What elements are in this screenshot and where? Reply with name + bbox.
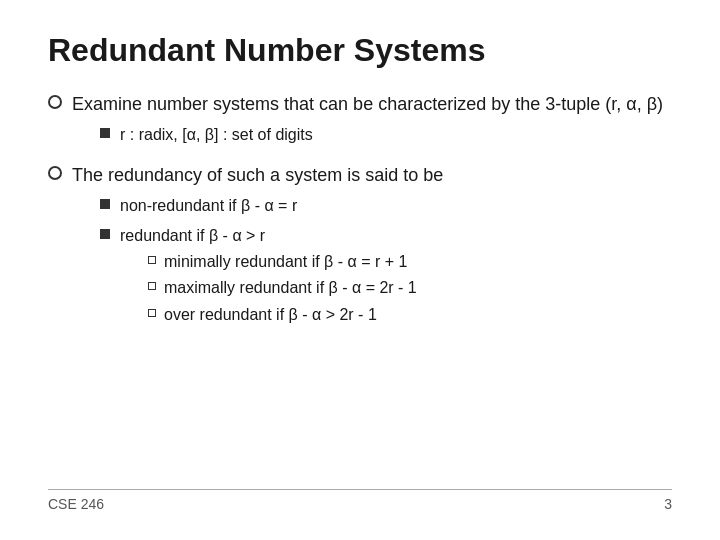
bullet-2-sub2-text: redundant if β - α > r: [120, 224, 672, 247]
content-area: Examine number systems that can be chara…: [48, 91, 672, 481]
bullet-2-sub1-text: non-redundant if β - α = r: [120, 194, 297, 217]
bullet-1-subs: r : radix, [α, β] : set of digits: [100, 123, 672, 146]
bullet-2: The redundancy of such a system is said …: [48, 162, 672, 326]
bullet-circle-2: [48, 166, 62, 180]
footer-page: 3: [664, 496, 672, 512]
bullet-1: Examine number systems that can be chara…: [48, 91, 672, 146]
footer: CSE 246 3: [48, 489, 672, 512]
bullet-2-subsub1: minimally redundant if β - α = r + 1: [148, 251, 672, 273]
bullet-2-sub2: redundant if β - α > r minimally redunda…: [100, 224, 672, 326]
bullet-circle-1: [48, 95, 62, 109]
bullet-1-sub1-text: r : radix, [α, β] : set of digits: [120, 123, 313, 146]
bullet-square-2-2: [100, 229, 110, 239]
slide: Redundant Number Systems Examine number …: [0, 0, 720, 540]
bullet-2-subsub1-text: minimally redundant if β - α = r + 1: [164, 251, 407, 273]
bullet-small-sq-1: [148, 256, 156, 264]
bullet-square-2-1: [100, 199, 110, 209]
bullet-1-sub1: r : radix, [α, β] : set of digits: [100, 123, 672, 146]
bullet-2-sub1: non-redundant if β - α = r: [100, 194, 672, 217]
bullet-2-text: The redundancy of such a system is said …: [72, 162, 672, 188]
bullet-2-subsub3: over redundant if β - α > 2r - 1: [148, 304, 672, 326]
bullet-small-sq-3: [148, 309, 156, 317]
bullet-2-subsub2: maximally redundant if β - α = 2r - 1: [148, 277, 672, 299]
bullet-2-subsub3-text: over redundant if β - α > 2r - 1: [164, 304, 377, 326]
slide-title: Redundant Number Systems: [48, 32, 672, 69]
bullet-square-1-1: [100, 128, 110, 138]
bullet-2-subsub2-text: maximally redundant if β - α = 2r - 1: [164, 277, 417, 299]
bullet-1-text: Examine number systems that can be chara…: [72, 91, 672, 117]
bullet-2-subsubs: minimally redundant if β - α = r + 1 max…: [148, 251, 672, 326]
bullet-2-subs: non-redundant if β - α = r redundant if …: [100, 194, 672, 326]
footer-course: CSE 246: [48, 496, 104, 512]
bullet-small-sq-2: [148, 282, 156, 290]
